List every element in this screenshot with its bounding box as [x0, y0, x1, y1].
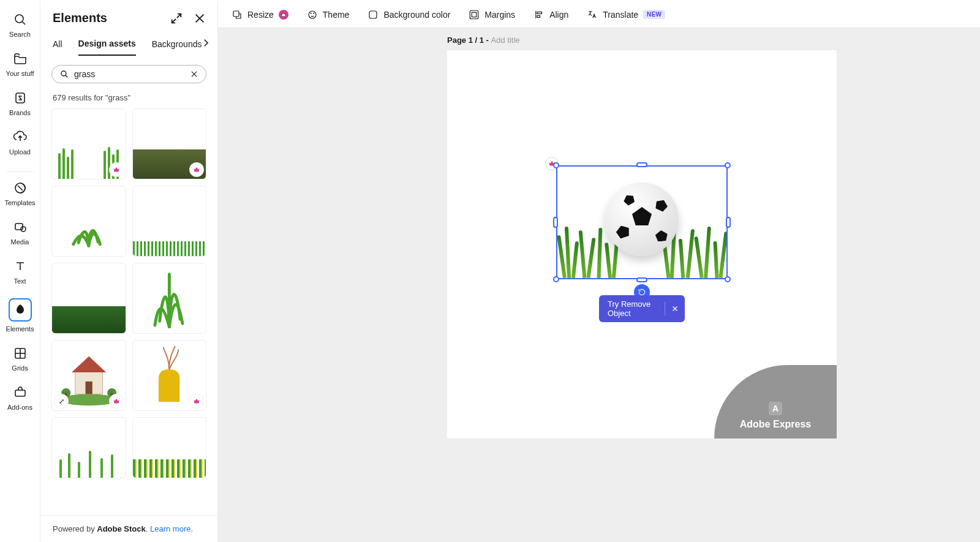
results-grid: ⤢ — [40, 108, 217, 515]
page-title-placeholder: Add title — [491, 36, 520, 45]
artboard[interactable]: Try Remove Object A Adobe Express — [447, 50, 837, 438]
panel-tabs: All Design assets Backgrounds — [40, 32, 217, 56]
media-icon — [13, 220, 28, 235]
addons-icon — [13, 385, 28, 400]
resize-handle-tl[interactable] — [553, 162, 559, 168]
try-remove-object-button[interactable]: Try Remove Object — [599, 295, 665, 322]
watermark-text: Adobe Express — [740, 419, 811, 430]
svg-rect-32 — [537, 12, 542, 13]
rail-text[interactable]: Text — [0, 259, 40, 285]
rail-addons[interactable]: Add-ons — [0, 385, 40, 411]
rail-your-stuff-label: Your stuff — [6, 70, 34, 77]
panel-header: Elements — [40, 1, 217, 32]
margins-icon — [469, 9, 480, 20]
bgcolor-icon — [368, 9, 379, 20]
resize-handle-bl[interactable] — [553, 276, 559, 282]
footer-brand: Adobe Stock — [97, 524, 145, 533]
page-label[interactable]: Page 1 / 1 - Add title — [447, 36, 520, 45]
selected-element[interactable]: Try Remove Object — [556, 165, 728, 279]
brands-icon — [13, 91, 28, 105]
resize-button[interactable]: Resize — [232, 9, 288, 20]
bgcolor-button[interactable]: Background color — [368, 9, 450, 20]
close-icon[interactable] — [193, 12, 206, 25]
rail-media[interactable]: Media — [0, 220, 40, 246]
resize-handle-tr[interactable] — [725, 162, 731, 168]
result-thumb[interactable] — [132, 186, 207, 257]
page-label-strong: Page 1 / 1 - — [447, 36, 491, 45]
tab-backgrounds[interactable]: Backgrounds — [152, 33, 202, 55]
panel-footer: Powered by Adobe Stock. Learn more. — [40, 515, 217, 542]
premium-badge — [110, 394, 123, 408]
result-thumb[interactable] — [51, 108, 126, 179]
premium-badge — [110, 163, 123, 176]
elements-icon — [13, 303, 28, 317]
premium-badge — [190, 163, 203, 176]
rail-elements[interactable]: Elements — [0, 298, 40, 333]
canvas-zone: Page 1 / 1 - Add title — [218, 28, 980, 542]
result-thumb[interactable] — [51, 263, 126, 334]
theme-button[interactable]: Theme — [307, 9, 350, 20]
resize-edge-top[interactable] — [636, 162, 647, 167]
svg-rect-19 — [85, 382, 92, 394]
rail-your-stuff[interactable]: Your stuff — [0, 51, 40, 77]
svg-point-25 — [309, 11, 316, 18]
rail-search[interactable]: Search — [0, 12, 40, 38]
svg-point-12 — [61, 71, 66, 76]
premium-icon — [279, 10, 288, 20]
new-badge: NEW — [643, 10, 665, 19]
dismiss-pill-button[interactable] — [665, 305, 685, 312]
resize-icon — [232, 9, 243, 20]
panel-title: Elements — [53, 11, 107, 25]
text-icon — [13, 259, 28, 274]
align-button[interactable]: Align — [533, 9, 568, 20]
resize-edge-right[interactable] — [726, 217, 731, 228]
result-thumb[interactable] — [132, 340, 207, 411]
resize-edge-left[interactable] — [553, 217, 558, 228]
tabs-scroll-right[interactable] — [200, 37, 211, 51]
rail-grids[interactable]: Grids — [0, 346, 40, 372]
tab-design-assets[interactable]: Design assets — [78, 32, 136, 56]
svg-line-1 — [22, 21, 25, 24]
upload-icon — [13, 130, 28, 145]
theme-icon — [307, 9, 318, 20]
rail-media-label: Media — [11, 238, 29, 246]
svg-marker-18 — [72, 356, 106, 372]
rail-upload[interactable]: Upload — [0, 130, 40, 156]
result-thumb[interactable] — [132, 417, 207, 478]
tab-all[interactable]: All — [53, 33, 62, 55]
result-thumb[interactable]: ⤢ — [51, 340, 126, 411]
resize-edge-bottom[interactable] — [636, 277, 647, 282]
result-thumb[interactable] — [132, 263, 207, 334]
rail-text-label: Text — [13, 277, 26, 285]
watermark-logo: A — [769, 402, 782, 415]
footer-sep: . — [146, 524, 150, 533]
result-thumb[interactable] — [51, 186, 126, 257]
search-input[interactable] — [74, 69, 190, 79]
footer-learn-more[interactable]: Learn more. — [150, 524, 193, 533]
rail-addons-label: Add-ons — [7, 404, 32, 411]
result-thumb[interactable] — [132, 108, 207, 179]
result-thumb[interactable] — [51, 417, 126, 478]
margins-button[interactable]: Margins — [469, 9, 515, 20]
svg-point-27 — [313, 12, 314, 13]
rail-brands-label: Brands — [9, 109, 31, 116]
expand-badge: ⤢ — [55, 394, 68, 408]
svg-rect-4 — [15, 224, 23, 230]
rail-elements-label: Elements — [6, 325, 34, 333]
rail-templates[interactable]: Templates — [0, 181, 40, 206]
footer-prefix: Powered by — [53, 524, 97, 533]
grids-icon — [13, 346, 28, 361]
rail-brands[interactable]: Brands — [0, 91, 40, 116]
clear-search-icon[interactable] — [190, 70, 198, 78]
resize-handle-br[interactable] — [725, 276, 731, 282]
selection-border — [556, 165, 728, 279]
expand-icon[interactable] — [170, 12, 183, 25]
translate-button[interactable]: Translate NEW — [587, 9, 665, 20]
align-icon — [533, 9, 545, 20]
premium-badge — [190, 394, 203, 408]
svg-rect-9 — [15, 390, 25, 396]
margins-label: Margins — [484, 10, 515, 20]
rail-grids-label: Grids — [12, 364, 28, 372]
svg-point-0 — [15, 15, 23, 23]
svg-rect-24 — [233, 11, 239, 17]
